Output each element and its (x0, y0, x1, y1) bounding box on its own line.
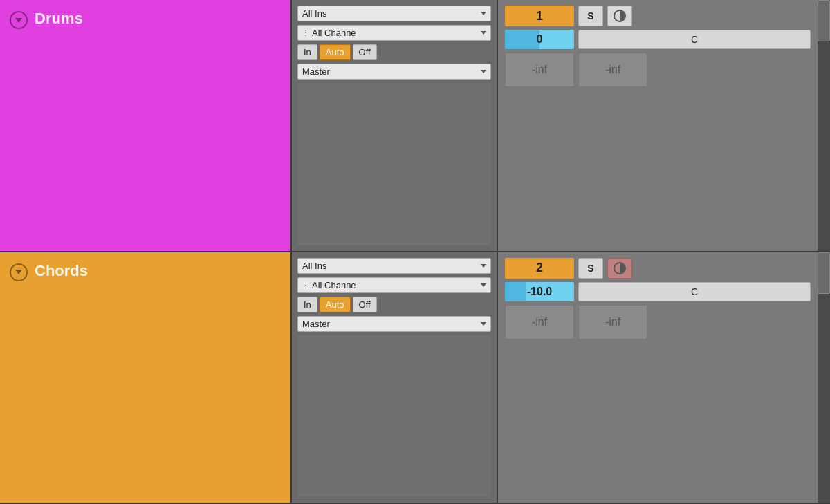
vol-fill-chords (505, 282, 526, 301)
track-num-chords[interactable]: 2 (505, 258, 574, 279)
collapse-arrow-drums (15, 18, 22, 23)
master-dropdown-drums[interactable]: Master (297, 64, 491, 80)
off-btn-drums[interactable]: Off (353, 44, 377, 60)
off-btn-chords[interactable]: Off (353, 297, 377, 312)
inf-right-drums[interactable]: -inf (578, 53, 647, 87)
track-mixer-chords: 2S-10.0C-inf-inf (498, 252, 818, 503)
vol-fill-drums (505, 30, 540, 49)
track-label-chords: Chords (0, 252, 290, 503)
track-controls-chords: All Ins⋮All ChanneInAutoOffMaster (290, 252, 498, 503)
auto-btn-chords[interactable]: Auto (320, 297, 351, 312)
scrollbar-drums[interactable] (818, 0, 830, 251)
all-ins-arrow-drums (481, 12, 486, 15)
ctrl-row2-drums: ⋮All Channe (297, 25, 491, 41)
ctrl-row1-drums: All Ins (297, 6, 491, 21)
inf-left-chords[interactable]: -inf (505, 305, 574, 339)
all-ins-arrow-chords (481, 264, 486, 268)
solo-btn-drums[interactable]: S (578, 6, 603, 26)
all-channels-arrow-chords (481, 283, 486, 287)
inf-row-chords: -inf-inf (505, 305, 811, 339)
track-controls-drums: All Ins⋮All ChanneInAutoOffMaster (290, 0, 498, 251)
monitor-btn-group-drums: InAutoOff (297, 44, 377, 60)
all-ins-text-chords: All Ins (302, 261, 326, 271)
pan-box-drums[interactable]: C (578, 30, 811, 49)
solo-btn-chords[interactable]: S (578, 258, 603, 279)
collapse-btn-chords[interactable] (10, 263, 28, 281)
all-channels-arrow-drums (481, 31, 486, 35)
all-channels-dots-drums: ⋮ (302, 29, 309, 37)
ctrl-row4-drums: Master (297, 64, 491, 80)
in-btn-drums[interactable]: In (297, 44, 317, 60)
all-ins-dropdown-drums[interactable]: All Ins (297, 6, 491, 21)
master-text-drums: Master (302, 66, 330, 77)
vol-text-drums: 0 (537, 33, 543, 46)
master-arrow-drums (481, 70, 486, 73)
scrollbar-handle-chords[interactable] (818, 252, 830, 294)
track-label-drums: Drums (0, 0, 290, 251)
all-ins-text-drums: All Ins (302, 8, 326, 19)
all-ins-dropdown-chords[interactable]: All Ins (297, 258, 491, 274)
ctrl-row3-chords: InAutoOff (297, 297, 491, 312)
all-channels-text-chords: All Channe (312, 280, 478, 290)
ctrl-row1-chords: All Ins (297, 258, 491, 274)
vol-box-chords[interactable]: -10.0 (505, 282, 574, 301)
all-channels-dots-chords: ⋮ (302, 281, 309, 289)
all-channels-text-drums: All Channe (312, 28, 478, 38)
track-mixer-drums: 1S0C-inf-inf (498, 0, 818, 251)
all-channels-dropdown-chords[interactable]: ⋮All Channe (297, 277, 491, 293)
ctrl-row4-chords: Master (297, 316, 491, 332)
master-text-chords: Master (302, 319, 330, 329)
collapse-btn-drums[interactable] (10, 11, 28, 29)
track-name-drums: Drums (35, 10, 83, 28)
track-row-drums: DrumsAll Ins⋮All ChanneInAutoOffMaster1S… (0, 0, 830, 252)
in-btn-chords[interactable]: In (297, 297, 317, 312)
vol-box-drums[interactable]: 0 (505, 30, 574, 49)
vol-row-chords: -10.0C (505, 282, 811, 301)
master-dropdown-chords[interactable]: Master (297, 316, 491, 332)
inf-row-drums: -inf-inf (505, 53, 811, 87)
monitor-icon-drums (614, 10, 626, 22)
ctrl-row2-chords: ⋮All Channe (297, 277, 491, 293)
vol-text-chords: -10.0 (527, 286, 552, 298)
mixer-row1-drums: 1S (505, 6, 811, 26)
track-row-chords: ChordsAll Ins⋮All ChanneInAutoOffMaster2… (0, 252, 830, 505)
tracks-container: DrumsAll Ins⋮All ChanneInAutoOffMaster1S… (0, 0, 830, 504)
monitor-btn-group-chords: InAutoOff (297, 297, 377, 312)
inf-right-chords[interactable]: -inf (578, 305, 647, 339)
monitor-btn-chords[interactable] (607, 258, 632, 279)
track-name-chords: Chords (35, 262, 88, 280)
mixer-row1-chords: 2S (505, 258, 811, 279)
monitor-btn-drums[interactable] (607, 6, 632, 26)
scrollbar-chords[interactable] (818, 252, 830, 503)
empty-row-chords (297, 335, 491, 498)
inf-left-drums[interactable]: -inf (505, 53, 574, 87)
empty-row-drums (297, 83, 491, 245)
monitor-icon-chords (614, 262, 626, 274)
track-num-drums[interactable]: 1 (505, 6, 574, 26)
vol-row-drums: 0C (505, 30, 811, 49)
ctrl-row3-drums: InAutoOff (297, 44, 491, 60)
pan-box-chords[interactable]: C (578, 282, 811, 301)
scrollbar-handle-drums[interactable] (818, 0, 830, 41)
auto-btn-drums[interactable]: Auto (320, 44, 351, 60)
master-arrow-chords (481, 322, 486, 326)
collapse-arrow-chords (15, 270, 22, 274)
all-channels-dropdown-drums[interactable]: ⋮All Channe (297, 25, 491, 41)
